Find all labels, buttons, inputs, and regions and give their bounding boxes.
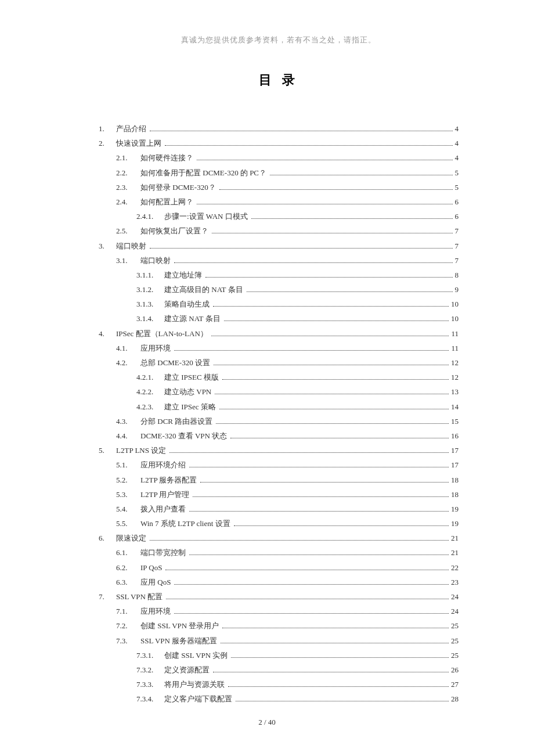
- toc-entry-label: 创建 SSL VPN 实例: [164, 650, 230, 661]
- toc-entry-page: 6: [454, 197, 459, 207]
- toc-entry[interactable]: 7.3.SSL VPN 服务器端配置25: [99, 636, 459, 646]
- toc-entry-label: 建立动态 VPN: [164, 387, 214, 397]
- toc-entry-page: 19: [450, 519, 459, 529]
- toc-entry[interactable]: 5.3.L2TP 用户管理18: [99, 489, 459, 500]
- toc-entry-label: 产品介绍: [116, 124, 149, 134]
- toc-entry[interactable]: 5.2.L2TP 服务器配置18: [99, 475, 459, 485]
- toc-entry-number: 5.3.: [116, 489, 140, 500]
- toc-entry[interactable]: 3.1.3.策略自动生成10: [99, 299, 459, 309]
- toc-entry-number: 2.4.: [116, 197, 140, 207]
- toc-entry[interactable]: 4.2.3.建立 IPSec 策略14: [99, 402, 459, 412]
- toc-entry-page: 10: [450, 314, 459, 324]
- toc-leader-dots: [205, 277, 453, 278]
- toc-entry-page: 4: [454, 138, 459, 149]
- toc-entry-number: 7.3.2.: [136, 665, 164, 675]
- toc-leader-dots: [165, 570, 449, 570]
- toc-entry[interactable]: 1.产品介绍4: [99, 124, 459, 134]
- toc-entry[interactable]: 7.3.4.定义客户端下载配置28: [99, 694, 459, 704]
- toc-entry[interactable]: 3.1.2.建立高级目的 NAT 条目9: [99, 285, 459, 295]
- toc-entry[interactable]: 3.1.4.建立源 NAT 条目10: [99, 314, 459, 324]
- toc-entry[interactable]: 7.3.2.定义资源配置26: [99, 665, 459, 675]
- toc-entry-page: 24: [450, 606, 459, 617]
- toc-entry[interactable]: 4.1.应用环境11: [99, 343, 459, 354]
- toc-entry[interactable]: 7.2.创建 SSL VPN 登录用户25: [99, 621, 459, 631]
- toc-entry-label: 建立地址簿: [164, 270, 204, 280]
- toc-entry-page: 16: [450, 431, 459, 441]
- toc-entry-label: 策略自动生成: [164, 299, 212, 309]
- toc-entry-number: 3.1.1.: [136, 270, 164, 280]
- toc-entry-label: 端口映射: [140, 255, 173, 266]
- toc-entry[interactable]: 4.IPSec 配置（LAN-to-LAN）11: [99, 329, 459, 339]
- toc-leader-dots: [174, 613, 449, 614]
- toc-leader-dots: [228, 686, 449, 687]
- toc-entry-label: 如何配置上网？: [140, 197, 196, 207]
- toc-entry[interactable]: 2.3.如何登录 DCME-320？5: [99, 182, 459, 193]
- toc-entry[interactable]: 3.1.1.建立地址簿8: [99, 270, 459, 280]
- toc-entry[interactable]: 2.2.如何准备用于配置 DCME-320 的 PC？5: [99, 168, 459, 178]
- toc-entry-number: 7.3.3.: [136, 679, 164, 690]
- toc-entry[interactable]: 5.5.Win 7 系统 L2TP client 设置19: [99, 519, 459, 529]
- toc-entry-label: IP QoS: [140, 563, 164, 573]
- toc-entry-page: 24: [450, 592, 459, 602]
- toc-entry-page: 5: [454, 182, 459, 193]
- toc-entry-number: 2.4.1.: [136, 211, 164, 222]
- toc-entry[interactable]: 2.4.1.步骤一:设置 WAN 口模式6: [99, 211, 459, 222]
- toc-entry[interactable]: 7.1.应用环境24: [99, 606, 459, 617]
- toc-leader-dots: [236, 701, 449, 701]
- toc-entry[interactable]: 2.4.如何配置上网？6: [99, 197, 459, 207]
- toc-entry[interactable]: 3.端口映射7: [99, 241, 459, 251]
- toc-entry-number: 2.3.: [116, 182, 140, 193]
- toc-entry[interactable]: 7.3.1.创建 SSL VPN 实例25: [99, 650, 459, 661]
- toc-entry-page: 13: [450, 387, 459, 397]
- toc-entry-number: 5.: [99, 445, 116, 456]
- toc-entry-number: 2.: [99, 138, 116, 149]
- toc-entry-label: 快速设置上网: [116, 138, 164, 149]
- toc-leader-dots: [174, 584, 449, 585]
- toc-entry[interactable]: 2.1.如何硬件连接？4: [99, 153, 459, 163]
- toc-leader-dots: [189, 555, 449, 555]
- toc-leader-dots: [270, 175, 452, 175]
- toc-entry[interactable]: 6.3.应用 QoS23: [99, 577, 459, 588]
- toc-entry[interactable]: 6.限速设定21: [99, 533, 459, 543]
- toc-entry-page: 11: [450, 343, 459, 354]
- toc-entry[interactable]: 5.1.应用环境介绍17: [99, 460, 459, 470]
- toc-entry-number: 4.: [99, 329, 116, 339]
- toc-entry[interactable]: 4.2.总部 DCME-320 设置12: [99, 358, 459, 368]
- toc-entry[interactable]: 5.L2TP LNS 设定17: [99, 445, 459, 456]
- toc-entry-page: 6: [454, 211, 459, 222]
- toc-entry-page: 17: [450, 445, 459, 456]
- toc-entry-number: 4.2.1.: [136, 372, 164, 383]
- toc-entry-page: 23: [450, 577, 459, 588]
- toc-entry[interactable]: 6.2.IP QoS22: [99, 563, 459, 573]
- toc-entry-label: 建立高级目的 NAT 条目: [164, 285, 246, 295]
- toc-entry-label: 定义客户端下载配置: [164, 694, 234, 704]
- toc-entry-label: 应用环境: [140, 343, 173, 354]
- toc-leader-dots: [150, 131, 453, 131]
- toc-entry[interactable]: 4.4.DCME-320 查看 VPN 状态16: [99, 431, 459, 441]
- toc-entry-page: 19: [450, 504, 459, 514]
- toc-entry[interactable]: 4.3.分部 DCR 路由器设置15: [99, 416, 459, 427]
- toc-entry[interactable]: 7.3.3.将用户与资源关联27: [99, 679, 459, 690]
- toc-entry-number: 4.1.: [116, 343, 140, 354]
- toc-entry-label: L2TP 用户管理: [140, 489, 192, 500]
- toc-entry[interactable]: 7.SSL VPN 配置24: [99, 592, 459, 602]
- toc-entry-page: 7: [454, 255, 459, 266]
- toc-entry[interactable]: 4.2.1.建立 IPSEC 模版12: [99, 372, 459, 383]
- toc-leader-dots: [219, 409, 449, 409]
- toc-leader-dots: [247, 291, 453, 292]
- toc-entry-number: 2.5.: [116, 226, 140, 236]
- toc-entry-page: 18: [450, 489, 459, 500]
- toc-entry[interactable]: 2.5.如何恢复出厂设置？7: [99, 226, 459, 236]
- toc-entry[interactable]: 4.2.2.建立动态 VPN13: [99, 387, 459, 397]
- toc-leader-dots: [174, 350, 449, 351]
- toc-entry[interactable]: 6.1.端口带宽控制21: [99, 548, 459, 558]
- toc-entry[interactable]: 2.快速设置上网4: [99, 138, 459, 149]
- toc-entry[interactable]: 5.4.拨入用户查看19: [99, 504, 459, 514]
- toc-entry[interactable]: 3.1.端口映射7: [99, 255, 459, 266]
- toc-entry-number: 3.1.3.: [136, 299, 164, 309]
- toc-entry-page: 17: [450, 460, 459, 470]
- toc-leader-dots: [214, 365, 449, 365]
- toc-leader-dots: [213, 306, 449, 307]
- toc-entry-label: 端口带宽控制: [140, 548, 188, 558]
- toc-entry-page: 25: [450, 636, 459, 646]
